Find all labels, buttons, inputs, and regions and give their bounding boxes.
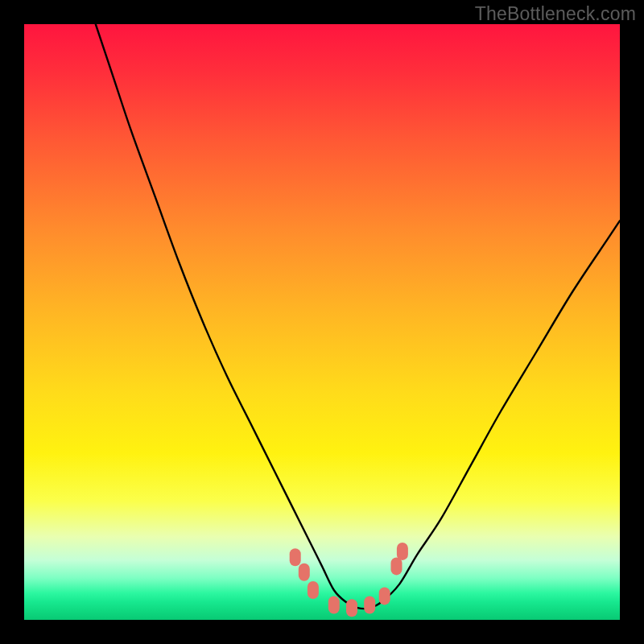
marker-point [364, 597, 375, 614]
plot-area [24, 24, 620, 620]
marker-point [397, 543, 408, 560]
marker-point [290, 548, 301, 566]
chart-svg [24, 24, 620, 620]
marker-point [346, 599, 357, 617]
marker-point [391, 557, 402, 575]
chart-frame: TheBottleneck.com [0, 0, 644, 644]
bottleneck-curve [96, 24, 620, 609]
watermark-text: TheBottleneck.com [475, 3, 636, 25]
marker-point [299, 564, 310, 581]
marker-point [379, 587, 390, 605]
marker-point [328, 597, 340, 614]
curve-markers [290, 543, 408, 617]
marker-point [308, 581, 319, 599]
